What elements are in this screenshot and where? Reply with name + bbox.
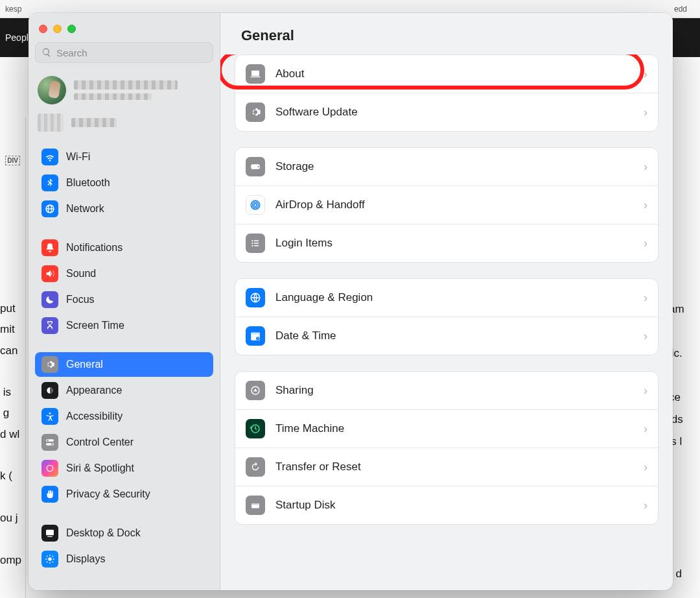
svg-rect-33 (251, 333, 260, 335)
chevron-right-icon: › (644, 106, 648, 119)
nav-group-3: General Appearance Accessibility Control… (35, 352, 213, 507)
globe-icon (41, 200, 58, 217)
row-label: Startup Disk (275, 499, 633, 512)
settings-sidebar: Wi-Fi Bluetooth Network Notifications So… (29, 13, 220, 590)
chevron-right-icon: › (644, 499, 648, 512)
sidebar-item-screentime[interactable]: Screen Time (35, 313, 213, 338)
sidebar-item-label: Desktop & Dock (66, 527, 141, 539)
profile-obscured-text (74, 80, 211, 100)
wifi-icon (41, 149, 58, 165)
nav-group-2: Notifications Sound Focus Screen Time (35, 235, 213, 338)
svg-line-15 (52, 562, 53, 562)
zoom-window-button[interactable] (67, 25, 76, 33)
row-login-items[interactable]: Login Items › (235, 224, 658, 262)
search-field-wrap (35, 42, 213, 63)
row-date-time[interactable]: Date & Time › (235, 317, 658, 355)
apple-id-profile[interactable] (35, 72, 213, 111)
svg-point-3 (47, 440, 49, 442)
sidebar-item-label: Displays (66, 553, 105, 565)
chevron-right-icon: › (644, 198, 648, 212)
svg-point-9 (48, 557, 51, 560)
sidebar-item-controlcenter[interactable]: Control Center (35, 430, 213, 455)
sidebar-item-label: Focus (66, 294, 95, 305)
sidebar-item-network[interactable]: Network (35, 197, 213, 221)
sidebar-item-bluetooth[interactable]: Bluetooth (35, 171, 213, 195)
sidebar-item-desktopdock[interactable]: Desktop & Dock (35, 521, 213, 545)
sidebar-item-sound[interactable]: Sound (35, 261, 213, 286)
chevron-right-icon: › (644, 460, 648, 474)
sidebar-item-siri[interactable]: Siri & Spotlight (35, 456, 213, 481)
calendar-icon (246, 326, 265, 346)
sidebar-item-appearance[interactable]: Appearance (35, 378, 213, 403)
row-startup-disk[interactable]: Startup Disk › (235, 486, 658, 524)
row-transfer-reset[interactable]: Transfer or Reset › (235, 448, 658, 486)
svg-point-21 (257, 166, 259, 167)
hourglass-icon (41, 317, 58, 334)
bluetooth-icon (41, 174, 58, 191)
div-badge-icon: DIV (5, 156, 20, 165)
row-time-machine[interactable]: Time Machine › (235, 409, 658, 448)
close-window-button[interactable] (39, 25, 47, 33)
disk-icon (246, 157, 265, 176)
search-input[interactable] (35, 42, 213, 63)
sidebar-item-label: Privacy & Security (66, 488, 150, 500)
system-settings-window: Wi-Fi Bluetooth Network Notifications So… (29, 13, 673, 590)
sidebar-item-displays[interactable]: Displays (35, 547, 213, 571)
hand-icon (41, 486, 58, 503)
row-label: Time Machine (275, 422, 633, 435)
clock-icon (246, 419, 265, 438)
panel-2: Storage › AirDrop & Handoff › Login Item… (235, 147, 659, 263)
svg-line-14 (47, 556, 47, 556)
moon-icon (41, 291, 58, 308)
svg-rect-19 (251, 77, 261, 78)
main-scroll[interactable]: About › Software Update › Storage › Ai (220, 54, 673, 590)
appearance-icon (41, 382, 58, 399)
browser-tab-right: edd (669, 0, 692, 18)
globe-icon (246, 288, 265, 307)
row-label: Language & Region (275, 291, 633, 304)
sidebar-item-label: Screen Time (66, 320, 124, 331)
chevron-right-icon: › (644, 291, 648, 305)
bell-icon (41, 239, 58, 256)
panel-3: Language & Region › Date & Time › (235, 278, 659, 355)
row-language-region[interactable]: Language & Region › (235, 279, 658, 317)
sidebar-item-general[interactable]: General (35, 352, 213, 377)
family-obscured-text (71, 118, 117, 127)
sidebar-item-wifi[interactable]: Wi-Fi (35, 145, 213, 169)
svg-point-23 (253, 202, 259, 208)
row-about[interactable]: About › (235, 55, 658, 93)
gear-icon (41, 356, 58, 373)
svg-point-29 (251, 245, 253, 246)
row-label: Login Items (275, 237, 633, 250)
row-label: Software Update (275, 106, 633, 119)
reset-icon (246, 457, 265, 477)
row-sharing[interactable]: Sharing › (235, 372, 658, 409)
row-software-update[interactable]: Software Update › (235, 93, 658, 131)
dock-icon (41, 525, 58, 542)
svg-rect-26 (254, 241, 259, 242)
sidebar-item-focus[interactable]: Focus (35, 287, 213, 312)
speaker-icon (41, 265, 58, 282)
siri-icon (41, 460, 58, 477)
chevron-right-icon: › (644, 160, 648, 174)
row-label: About (275, 67, 633, 80)
svg-point-1 (49, 413, 51, 414)
sidebar-item-privacy[interactable]: Privacy & Security (35, 482, 213, 507)
nav-group-1: Wi-Fi Bluetooth Network (35, 145, 213, 221)
sidebar-item-label: Siri & Spotlight (66, 462, 134, 474)
row-airdrop[interactable]: AirDrop & Handoff › (235, 185, 658, 224)
family-row[interactable] (35, 111, 213, 141)
svg-rect-7 (46, 530, 54, 536)
sidebar-item-notifications[interactable]: Notifications (35, 235, 213, 260)
svg-line-16 (47, 562, 47, 562)
share-icon (246, 381, 265, 400)
search-icon (41, 47, 52, 58)
sidebar-item-accessibility[interactable]: Accessibility (35, 404, 213, 429)
svg-point-25 (251, 240, 253, 241)
row-storage[interactable]: Storage › (235, 148, 658, 185)
svg-rect-28 (254, 243, 259, 244)
sidebar-item-label: Bluetooth (66, 177, 110, 189)
display-icon (41, 551, 58, 568)
a11y-icon (41, 408, 58, 425)
minimize-window-button[interactable] (53, 25, 62, 33)
